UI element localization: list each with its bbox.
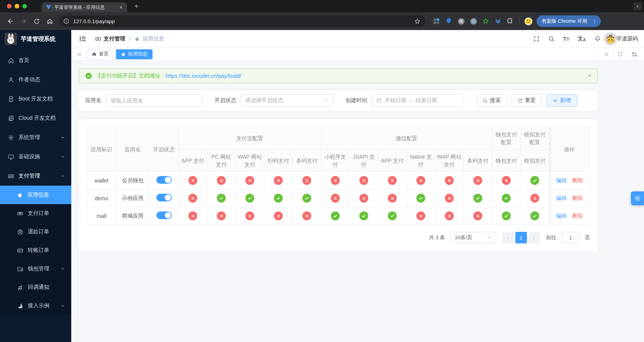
close-window-button[interactable] [7,4,12,8]
sidebar-subitem-transfer-order[interactable]: 转账订单 [0,241,71,260]
minimize-window-button[interactable] [15,4,19,8]
squares-icon[interactable] [432,17,441,25]
theme-settings-button[interactable] [631,191,644,205]
chevron-down-icon [324,98,329,103]
channel-cell [378,207,407,225]
delete-link[interactable]: 删除 [572,213,583,219]
puzzle-icon[interactable] [506,17,515,25]
sidebar-item-infra[interactable]: 基础设施 [0,147,71,166]
doc-link[interactable]: https://doc.iocoder.cn/pay/build/ [166,73,241,79]
tab-home[interactable]: 首页 [87,49,114,59]
reload-icon[interactable] [31,15,42,27]
user-avatar[interactable] [604,32,617,45]
sidebar-subitem-demo-entry[interactable]: 接入示例 [0,297,71,315]
refresh-page-icon[interactable] [613,48,627,60]
sub-column-header: 小程序支付 [321,149,350,172]
scroll-left-icon[interactable] [74,52,84,57]
maximize-window-button[interactable] [22,4,27,8]
layout-grid-icon[interactable] [627,48,641,60]
site-info-icon[interactable] [63,18,69,24]
apple-icon [134,36,140,42]
date-range-picker[interactable]: 开始日期 – 结束日期 [372,94,464,107]
back-icon[interactable] [5,15,16,27]
card-icon [17,247,23,254]
chevrons-icon[interactable] [494,17,502,25]
delete-link[interactable]: 删除 [572,177,583,183]
header-actions: TT文A [533,35,601,42]
status-toggle[interactable] [156,211,172,219]
channel-cell [464,172,492,189]
chrome-update-button[interactable]: 有新版 Chrome 可用 ⋮ [537,15,601,27]
column-header: 开启状态 [149,127,179,172]
edit-link[interactable]: 编辑 [556,213,567,219]
url-text[interactable]: 127.0.0.1/pay/app [73,18,414,24]
app-name-input[interactable] [111,97,198,104]
browser-window: 芋道管理系统 - 应用信息 × + ▾ 127.0.0.1/pay/app ⌘ [0,0,644,342]
sidebar-subitem-refund-order[interactable]: 退款订单 [0,223,71,241]
dot-circle-icon[interactable] [469,17,478,25]
tab-app-info[interactable]: 应用信息 [116,49,153,59]
collapse-sidebar-icon[interactable] [77,35,88,43]
browser-menu-icon[interactable]: ⋮ [590,18,599,24]
balloon-icon[interactable] [444,17,453,25]
reset-button[interactable]: 重置 [512,94,542,107]
sidebar-logo-row[interactable]: 芋道管理系统 [0,30,71,48]
sidebar-subitem-pay-order[interactable]: 支付订单 [0,204,71,223]
status-select[interactable]: 请选择开启状态 [241,94,333,107]
prev-page-button[interactable]: ‹ [502,232,514,243]
alert-close-icon[interactable]: × [588,72,591,79]
sidebar-item-cloud-doc[interactable]: Cloud 开发文档 [0,109,71,128]
end-date-placeholder[interactable]: 结束日期 [416,97,437,104]
font-size-icon[interactable]: TT [563,35,569,42]
locale-icon[interactable]: 文A [578,35,586,42]
disabled-icon [388,194,397,203]
sidebar-item-boot-doc[interactable]: Boot 开发文档 [0,89,71,109]
star-green-icon[interactable] [481,17,490,25]
sidebar-subitem-wallet-mgr[interactable]: 钱包管理 [0,260,71,278]
page-size-select[interactable]: 10条/页 [451,232,496,243]
goto-page-input[interactable] [562,232,580,243]
next-page-button[interactable]: › [528,232,540,243]
home-icon[interactable] [44,15,55,27]
tab-search-button[interactable]: ▾ [633,2,642,10]
channel-cell [435,189,464,207]
breadcrumb-parent[interactable]: 支付管理 [95,35,125,42]
pay-manage-icon [95,36,101,42]
search-icon[interactable] [548,35,555,42]
enabled-icon [245,194,254,203]
status-toggle[interactable] [156,194,172,201]
enabled-icon [416,194,425,203]
sidebar-item-system[interactable]: 系统管理 [0,128,71,147]
address-bar[interactable]: 127.0.0.1/pay/app [59,15,425,27]
start-date-placeholder[interactable]: 开始日期 [385,97,406,104]
channel-cell [293,207,321,225]
profile-avatar[interactable] [524,17,533,25]
sidebar-subitem-app-info[interactable]: 应用信息 [0,186,71,204]
apple-tag-icon [121,52,126,57]
new-tab-button[interactable]: + [132,2,141,10]
search-button[interactable]: 搜索 [476,94,507,107]
disabled-icon [245,211,254,220]
forward-icon[interactable] [18,15,29,27]
scroll-right-icon[interactable] [599,48,613,60]
edit-link[interactable]: 编辑 [556,177,567,183]
username-label[interactable]: 芋道源码 [616,35,638,42]
delete-link[interactable]: 删除 [572,195,583,201]
tab-close-icon[interactable]: × [118,4,124,10]
edit-link[interactable]: 编辑 [556,195,567,201]
page-1-button[interactable]: 1 [515,232,527,243]
sidebar-item-home[interactable]: 首页 [0,51,71,70]
status-toggle[interactable] [156,176,172,184]
command-icon[interactable]: ⌘ [457,17,465,25]
bell-icon[interactable] [594,35,601,42]
browser-tab[interactable]: 芋道管理系统 - 应用信息 × [42,2,127,12]
chevron-down-icon [60,135,65,140]
sidebar-item-pay[interactable]: 支付管理 [0,166,71,186]
create-time-label: 创建时间 [345,97,367,104]
sidebar-subitem-callback[interactable]: 回调通知 [0,278,71,297]
field-create-time: 创建时间 开始日期 – 结束日期 [345,94,464,107]
bookmark-star-icon[interactable] [414,18,421,25]
add-button[interactable]: 新增 [547,94,577,107]
sidebar-item-author[interactable]: 作者动态 [0,70,71,89]
fullscreen-icon[interactable] [533,35,540,42]
